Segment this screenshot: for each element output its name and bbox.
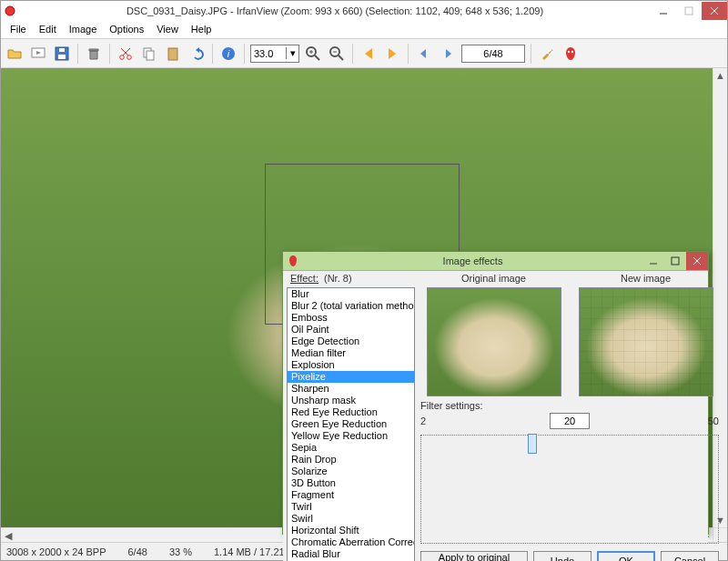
svg-rect-2 (685, 7, 693, 15)
zoom-combo[interactable]: ▾ (250, 45, 299, 63)
effect-item[interactable]: Oil Paint (288, 324, 414, 336)
effect-item[interactable]: Sharpen (288, 383, 414, 395)
page-next-icon (440, 46, 455, 61)
prev-image-button[interactable] (359, 44, 379, 64)
info-button[interactable]: i (218, 44, 238, 64)
prev-page-button[interactable] (414, 44, 434, 64)
effect-item[interactable]: Chromatic Aberration Correction (288, 536, 414, 548)
menu-image[interactable]: Image (64, 23, 103, 36)
svg-point-10 (120, 55, 125, 59)
separator (408, 44, 409, 64)
dialog-title: Image effects (303, 255, 642, 266)
close-icon (693, 256, 702, 265)
next-page-button[interactable] (438, 44, 458, 64)
dialog-close-button[interactable] (686, 252, 708, 270)
svg-marker-15 (196, 47, 199, 53)
effect-item[interactable]: Pixelize (288, 371, 414, 383)
cancel-button[interactable]: Cancel (661, 551, 719, 561)
dialog-minimize-button[interactable] (642, 252, 664, 270)
folder-open-icon (7, 46, 22, 61)
nav-index-box[interactable]: 6/48 (461, 45, 525, 63)
menu-options[interactable]: Options (104, 23, 149, 36)
effect-item[interactable]: Swirl (288, 513, 414, 525)
apply-button[interactable]: Apply to original image (420, 551, 528, 561)
svg-marker-27 (420, 49, 426, 58)
undo-icon (189, 46, 204, 61)
effect-item[interactable]: Horizontal Shift (288, 525, 414, 536)
settings-button[interactable] (537, 44, 557, 64)
effects-listbox[interactable]: BlurBlur 2 (total variation method)Embos… (287, 287, 415, 561)
copy-icon (142, 46, 157, 61)
effect-item[interactable]: Median filter (288, 347, 414, 359)
effects-panel: Effect: (Nr. 8) BlurBlur 2 (total variat… (283, 271, 415, 561)
effect-item[interactable]: Green Eye Reduction (288, 418, 414, 430)
dialog-body: Effect: (Nr. 8) BlurBlur 2 (total variat… (283, 270, 708, 561)
effect-item[interactable]: Twirl (288, 501, 414, 513)
menu-edit[interactable]: Edit (34, 23, 62, 36)
minimize-button[interactable] (651, 2, 676, 20)
dialog-maximize-button[interactable] (664, 252, 686, 270)
undo-button[interactable]: Undo (533, 551, 592, 561)
maximize-button[interactable] (676, 2, 702, 20)
effect-item[interactable]: Red Eye Reduction (288, 406, 414, 418)
menu-help[interactable]: Help (186, 23, 217, 36)
irfanview-button[interactable] (561, 44, 581, 64)
caption-buttons (651, 2, 727, 20)
chevron-down-icon[interactable]: ▾ (286, 47, 298, 59)
menu-view[interactable]: View (151, 23, 184, 36)
zoom-input[interactable] (251, 47, 286, 60)
effect-item[interactable]: Solarize (288, 466, 414, 477)
effects-header: Effect: (Nr. 8) (283, 271, 415, 287)
effect-item[interactable]: Sepia (288, 442, 414, 454)
svg-point-11 (127, 55, 132, 59)
effect-item[interactable]: Edge Detection (288, 336, 414, 347)
status-zoom-pct: 33 % (169, 546, 192, 557)
minimize-icon (649, 256, 658, 265)
original-preview-label: Original image (461, 273, 526, 286)
next-image-button[interactable] (382, 44, 402, 64)
separator (352, 44, 353, 64)
menu-file[interactable]: File (5, 23, 32, 36)
effect-item[interactable]: Fragment (288, 489, 414, 501)
ok-button[interactable]: OK (597, 551, 655, 561)
slider-value-box[interactable]: 20 (550, 413, 590, 429)
paste-button[interactable] (163, 44, 183, 64)
effect-item[interactable]: 3D Button (288, 477, 414, 489)
pixelize-slider[interactable] (420, 435, 719, 544)
slideshow-icon (31, 46, 46, 61)
dialog-titlebar[interactable]: Image effects (283, 252, 708, 270)
undo-button[interactable] (187, 44, 207, 64)
svg-line-23 (339, 55, 343, 60)
open-button[interactable] (5, 44, 25, 64)
maximize-icon (684, 6, 693, 15)
slideshow-button[interactable] (28, 44, 48, 64)
slider-thumb[interactable] (528, 434, 537, 454)
maximize-icon (671, 256, 680, 265)
cut-button[interactable] (116, 44, 136, 64)
delete-button[interactable] (84, 44, 104, 64)
page-prev-icon (417, 46, 431, 61)
clipboard-icon (166, 46, 180, 61)
effect-item[interactable]: Emboss (288, 312, 414, 324)
effect-item[interactable]: Yellow Eye Reduction (288, 430, 414, 442)
scroll-up-icon[interactable]: ▲ (713, 68, 727, 83)
effect-item[interactable]: Unsharp mask (288, 395, 414, 406)
toolbar: i ▾ 6/48 (1, 39, 727, 68)
save-button[interactable] (52, 44, 72, 64)
zoom-out-icon (329, 46, 344, 61)
effect-item[interactable]: Blur (288, 288, 414, 300)
svg-line-19 (315, 55, 319, 60)
effect-item[interactable]: Rain Drop (288, 454, 414, 466)
close-button[interactable] (702, 2, 727, 20)
scroll-left-icon[interactable]: ◀ (1, 528, 15, 543)
main-window: DSC_0931_Daisy.JPG - IrfanView (Zoom: 99… (0, 0, 728, 561)
copy-button[interactable] (139, 44, 159, 64)
zoom-out-button[interactable] (327, 44, 347, 64)
effect-item[interactable]: Explosion (288, 359, 414, 371)
effect-label: Effect: (290, 273, 318, 286)
zoom-in-button[interactable] (303, 44, 323, 64)
preview-panel: Original image New image Filter settings… (415, 271, 724, 561)
effect-item[interactable]: Blur 2 (total variation method) (288, 300, 414, 312)
effect-item[interactable]: Radial Blur (288, 548, 414, 560)
image-effects-dialog: Image effects Effect: (Nr. 8) BlurBlur 2… (282, 251, 709, 535)
